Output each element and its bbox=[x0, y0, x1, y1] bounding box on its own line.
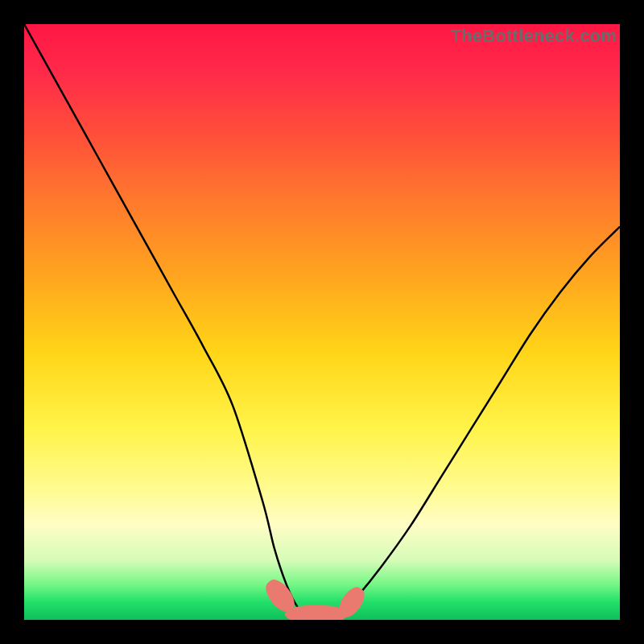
marker-blob-mid bbox=[285, 605, 348, 620]
watermark-text: TheBottleneck.com bbox=[451, 26, 617, 47]
plot-frame bbox=[24, 24, 620, 620]
bottleneck-curve bbox=[24, 24, 620, 620]
